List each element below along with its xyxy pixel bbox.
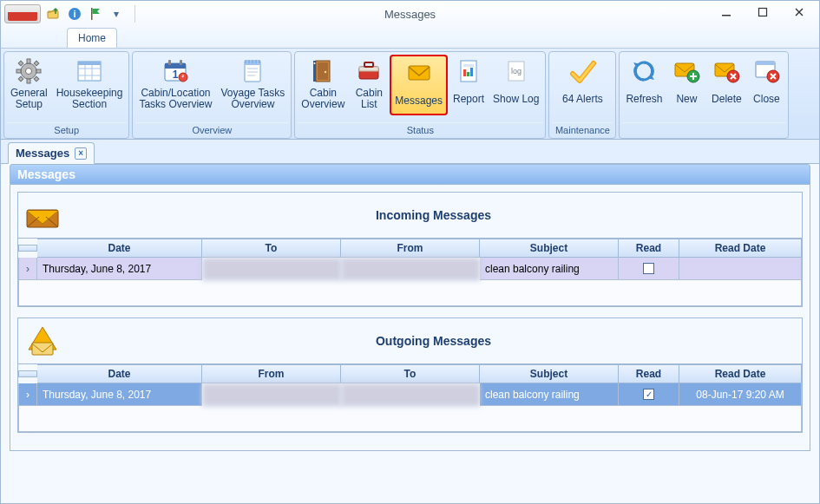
row-indicator-icon: › <box>18 383 37 406</box>
svg-text:log: log <box>511 67 522 75</box>
outgoing-row[interactable]: › Thursday, June 8, 2017 clean balcony r… <box>18 383 802 406</box>
cabin-list-button[interactable]: CabinList <box>350 55 388 115</box>
close-button[interactable]: Close <box>747 55 785 112</box>
refresh-button[interactable]: Refresh <box>622 55 666 112</box>
cell-from <box>202 383 341 406</box>
cell-subject: clean balcony railing <box>480 383 619 406</box>
window-controls <box>708 1 817 23</box>
window-title: Messages <box>384 8 436 21</box>
grid-empty-space <box>18 280 802 306</box>
svg-rect-20 <box>168 60 171 65</box>
ribbon-tabs: Home <box>1 27 819 48</box>
cell-read[interactable]: ✓ <box>619 383 679 406</box>
outgoing-section: Outgoing Messages Date From To Subject R… <box>17 317 803 433</box>
group-maintenance: 64 Alerts Maintenance <box>548 51 616 139</box>
col-to[interactable]: To <box>341 364 480 383</box>
toolbox-icon <box>354 56 384 86</box>
cell-date: Thursday, June 8, 2017 <box>37 258 202 280</box>
svg-rect-3 <box>91 8 93 20</box>
cell-subject: clean balcony railing <box>480 258 619 280</box>
minimize-button[interactable] <box>708 1 745 23</box>
col-date[interactable]: Date <box>37 364 202 383</box>
messages-button[interactable]: Messages <box>390 55 448 115</box>
folder-up-icon[interactable] <box>46 6 62 22</box>
envelope-delete-icon <box>712 56 741 86</box>
banner-title: Messages <box>17 167 75 181</box>
envelope-icon <box>404 58 434 88</box>
svg-rect-21 <box>180 60 182 65</box>
label: Refresh <box>626 94 662 105</box>
svg-rect-10 <box>16 69 21 73</box>
svg-rect-36 <box>463 64 474 67</box>
checkbox-checked-icon: ✓ <box>643 389 654 400</box>
col-read[interactable]: Read <box>619 364 679 383</box>
quick-access-toolbar: i ▾ <box>46 5 141 23</box>
svg-rect-15 <box>35 76 40 82</box>
svg-rect-35 <box>461 61 476 82</box>
cell-read-date: 08-Jun-17 9:20 AM <box>679 383 802 406</box>
grid-icon <box>75 56 104 86</box>
gear-icon <box>14 56 43 86</box>
col-subject[interactable]: Subject <box>480 239 619 258</box>
flag-icon[interactable] <box>88 6 103 22</box>
incoming-section: Incoming Messages Date To From Subject R… <box>17 192 803 307</box>
label: Section <box>56 99 123 110</box>
group-label: Maintenance <box>552 122 613 138</box>
cell-date: Thursday, June 8, 2017 <box>37 383 202 406</box>
group-label: Status <box>298 122 542 138</box>
report-icon <box>454 56 483 86</box>
label: 64 Alerts <box>562 94 603 105</box>
svg-point-28 <box>325 71 327 74</box>
cabin-overview-button[interactable]: CabinOverview <box>298 55 348 115</box>
svg-rect-47 <box>756 62 775 65</box>
row-indicator-col <box>18 245 37 252</box>
group-overview: 1 Cabin/LocationTasks Overview Voyage Ta… <box>132 51 292 139</box>
alerts-button[interactable]: 64 Alerts <box>552 55 613 112</box>
col-date[interactable]: Date <box>37 239 202 258</box>
label: Report <box>453 94 484 105</box>
group-status: CabinOverview CabinList Messages Report <box>294 51 546 139</box>
report-button[interactable]: Report <box>449 55 488 115</box>
checkbox-icon <box>643 263 654 274</box>
svg-point-7 <box>26 69 32 75</box>
row-indicator-icon: › <box>18 258 37 280</box>
maximize-button[interactable] <box>745 1 781 23</box>
cell-read[interactable] <box>619 258 679 280</box>
qat-dropdown-icon[interactable]: ▾ <box>108 6 124 22</box>
label: Messages <box>395 95 443 107</box>
voyage-tasks-overview-button[interactable]: Voyage TasksOverview <box>217 55 288 112</box>
svg-rect-9 <box>27 79 30 83</box>
incoming-row[interactable]: › Thursday, June 8, 2017 clean balcony r… <box>18 258 802 280</box>
tab-messages[interactable]: Messages × <box>8 142 95 164</box>
general-setup-button[interactable]: GeneralSetup <box>7 55 51 112</box>
col-subject[interactable]: Subject <box>480 364 619 383</box>
inbox-icon <box>23 198 62 232</box>
col-to[interactable]: To <box>202 239 341 258</box>
close-button[interactable] <box>781 1 817 23</box>
group-label: Setup <box>7 122 126 138</box>
svg-rect-34 <box>409 66 430 80</box>
svg-rect-17 <box>78 62 101 65</box>
info-icon[interactable]: i <box>67 6 82 22</box>
group-label: Overview <box>135 122 288 138</box>
col-read-date[interactable]: Read Date <box>679 239 802 258</box>
tab-home[interactable]: Home <box>67 28 117 48</box>
show-log-button[interactable]: log Show Log <box>489 55 542 115</box>
col-from[interactable]: From <box>341 239 480 258</box>
col-from[interactable]: From <box>202 364 341 383</box>
col-read-date[interactable]: Read Date <box>679 364 802 383</box>
tab-close-icon[interactable]: × <box>75 147 87 160</box>
cabin-location-tasks-overview-button[interactable]: 1 Cabin/LocationTasks Overview <box>135 55 215 112</box>
incoming-grid: Date To From Subject Read Read Date › Th… <box>18 238 802 306</box>
group-label <box>622 122 785 138</box>
new-button[interactable]: New <box>667 55 705 112</box>
col-read[interactable]: Read <box>619 239 679 258</box>
delete-button[interactable]: Delete <box>707 55 745 112</box>
group-actions: Refresh New Delete Close <box>619 51 789 139</box>
housekeeping-section-button[interactable]: HousekeepingSection <box>53 55 127 112</box>
tab-label: Messages <box>16 147 69 160</box>
door-icon <box>308 56 338 86</box>
svg-rect-50 <box>32 343 53 355</box>
cell-to <box>341 383 480 406</box>
svg-rect-11 <box>36 69 41 73</box>
